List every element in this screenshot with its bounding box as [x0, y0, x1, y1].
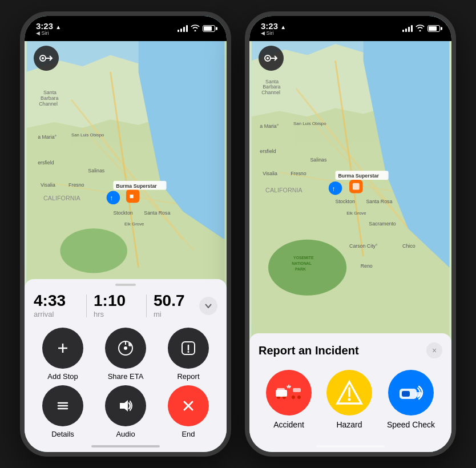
status-left-1: 3:23 ▲ ◀ Siri	[36, 22, 61, 36]
add-stop-button[interactable]	[42, 328, 83, 369]
hazard-label: Hazard	[336, 420, 362, 429]
svg-text:a Maria°: a Maria°	[260, 123, 279, 129]
share-eta-button[interactable]	[105, 328, 146, 369]
svg-point-48	[268, 240, 346, 296]
svg-text:Channel: Channel	[261, 90, 280, 95]
svg-text:Sacramento: Sacramento	[369, 221, 396, 227]
wifi-icon-2	[416, 25, 425, 33]
details-item: Details	[34, 385, 92, 438]
bottom-panel-1: 4:33 arrival 1:10 hrs 50.7 mi	[25, 279, 227, 452]
details-label: Details	[51, 430, 74, 438]
svg-text:Barbara: Barbara	[263, 84, 280, 90]
svg-point-36	[188, 351, 189, 353]
arrival-label: arrival	[34, 310, 79, 318]
svg-text:Elk Grove: Elk Grove	[124, 221, 144, 227]
svg-rect-82	[276, 390, 287, 397]
svg-text:San Luis Obispo: San Luis Obispo	[71, 132, 104, 138]
svg-text:Fresno: Fresno	[68, 182, 84, 188]
add-stop-item: Add Stop	[34, 328, 92, 381]
share-eta-item: Share ETA	[96, 328, 155, 381]
svg-text:Visalia: Visalia	[263, 171, 277, 176]
hrs-label: hrs	[94, 310, 139, 318]
mi-value: 50.7	[154, 293, 199, 309]
notch-2	[314, 16, 386, 32]
accident-item: Accident	[266, 370, 312, 429]
speed-check-item: Speed Check	[387, 370, 435, 429]
svg-point-31	[124, 346, 127, 350]
hazard-item: Hazard	[326, 370, 372, 429]
audio-label: Audio	[116, 430, 135, 438]
siri-label-1: ◀ Siri	[36, 30, 49, 36]
svg-point-84	[292, 396, 295, 399]
svg-text:↑: ↑	[332, 185, 336, 192]
svg-rect-93	[402, 391, 410, 397]
svg-text:Stockton: Stockton	[336, 199, 355, 204]
svg-marker-40	[120, 400, 128, 411]
svg-text:San Luis Obispo: San Luis Obispo	[293, 121, 326, 126]
incident-title: Report an Incident	[259, 344, 359, 357]
action-grid-1: Add Stop Share ETA	[25, 328, 227, 438]
details-button[interactable]	[42, 385, 83, 426]
svg-text:Santa Rosa: Santa Rosa	[366, 199, 392, 204]
svg-point-85	[297, 396, 301, 399]
svg-text:Salinas: Salinas	[88, 168, 104, 174]
incident-close-button[interactable]: ×	[426, 342, 442, 358]
svg-point-76	[267, 57, 269, 59]
add-stop-label: Add Stop	[47, 372, 78, 381]
siri-label-2: ◀ Siri	[261, 30, 274, 36]
svg-point-19	[107, 191, 120, 205]
audio-item: Audio	[96, 385, 155, 438]
svg-point-5	[60, 228, 127, 273]
mi-label: mi	[154, 310, 199, 318]
end-label: End	[181, 430, 195, 438]
time-display-2: 3:23 ▲	[261, 22, 286, 30]
svg-text:Carson City°: Carson City°	[349, 243, 377, 249]
phone-2: 3:23 ▲ ◀ Siri	[245, 11, 456, 457]
svg-rect-83	[293, 388, 301, 392]
accident-label: Accident	[273, 420, 304, 429]
svg-text:Channel: Channel	[39, 101, 58, 107]
svg-point-26	[42, 57, 44, 59]
expand-button[interactable]	[199, 297, 217, 315]
battery-icon-2	[427, 25, 440, 32]
svg-text:↑: ↑	[110, 194, 114, 201]
end-item: End	[159, 385, 217, 438]
svg-text:■: ■	[130, 192, 134, 200]
svg-text:Santa: Santa	[265, 79, 279, 84]
signal-icon-2	[402, 25, 413, 32]
speed-check-button[interactable]	[388, 370, 434, 415]
svg-text:Barbara: Barbara	[41, 95, 58, 101]
svg-text:ersfield: ersfield	[260, 148, 276, 154]
svg-text:Santa Rosa: Santa Rosa	[144, 210, 170, 216]
svg-text:Santa: Santa	[43, 90, 57, 95]
arrival-value: 4:33	[34, 293, 79, 309]
share-eta-label: Share ETA	[108, 372, 144, 381]
report-button[interactable]	[168, 328, 209, 369]
hazard-button[interactable]	[326, 370, 372, 415]
svg-text:CALIFORNIA: CALIFORNIA	[265, 187, 302, 193]
svg-rect-72	[353, 183, 360, 190]
svg-text:Reno: Reno	[361, 263, 373, 269]
svg-text:Salinas: Salinas	[310, 157, 326, 163]
audio-button[interactable]	[105, 385, 146, 426]
signal-icon-1	[178, 25, 188, 32]
svg-text:Burma Superstar: Burma Superstar	[116, 183, 157, 189]
nav-info-1: 4:33 arrival 1:10 hrs 50.7 mi	[25, 293, 227, 328]
accident-button[interactable]	[266, 370, 312, 415]
svg-line-86	[287, 386, 288, 388]
svg-text:Burma Superstar: Burma Superstar	[338, 173, 379, 179]
svg-text:CALIFORNIA: CALIFORNIA	[43, 195, 80, 201]
speed-check-label: Speed Check	[387, 420, 435, 429]
divider-2	[146, 294, 147, 317]
phone-1: 3:23 ▲ ◀ Siri	[20, 11, 231, 457]
nav-back-button-2[interactable]	[259, 46, 284, 71]
svg-text:NATIONAL: NATIONAL	[292, 261, 312, 265]
svg-text:a Maria°: a Maria°	[38, 134, 57, 140]
time-display-1: 3:23 ▲	[36, 22, 61, 30]
report-label: Report	[177, 372, 199, 381]
status-icons-1	[178, 25, 215, 33]
svg-text:Visalia: Visalia	[41, 182, 55, 188]
nav-back-button-1[interactable]	[34, 46, 59, 71]
end-button[interactable]	[168, 385, 209, 426]
notch-1	[90, 16, 162, 32]
